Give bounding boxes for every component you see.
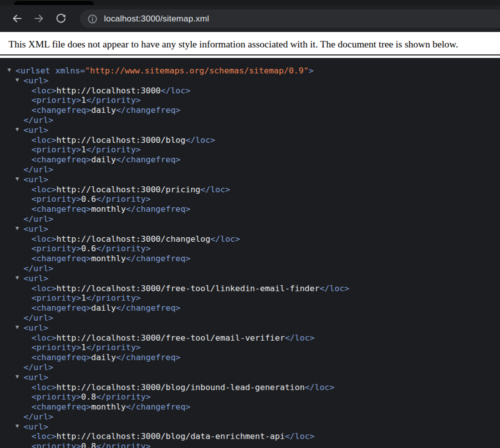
xml-tag: </priority> [96,194,150,204]
info-icon [87,13,98,24]
xml-tag: </changefreq> [116,105,180,115]
xml-tag: <changefreq> [32,402,91,412]
xml-priority-value: 1 [81,343,86,352]
xml-loc-value: http://localhost:3000/blog/inbound-lead-… [56,383,305,392]
xml-tag: <priority> [32,293,81,303]
xml-changefreq-line: <changefreq>daily</changefreq> [0,303,500,313]
xml-tag: <changefreq> [32,254,91,263]
url-text[interactable]: localhost:3000/sitemap.xml [104,14,209,24]
xml-url-close-tag: </url> [0,363,500,373]
xml-tag: </priority> [86,95,140,105]
xml-priority-line: <priority>1</priority> [0,145,500,155]
xml-tag: <url> [24,274,48,283]
browser-tab[interactable] [14,1,94,5]
xml-tag: </changefreq> [116,303,180,313]
xml-loc-value: http://localhost:3000 [56,86,161,95]
xml-changefreq-value: daily [91,303,116,313]
xml-url-close-tag: </url> [0,264,500,274]
xml-priority-line: <priority>1</priority> [0,343,500,353]
xml-tag: <loc> [32,383,56,392]
xml-priority-value: 1 [81,95,86,105]
xml-tag: </priority> [96,442,150,448]
collapse-toggle-icon[interactable]: ▼ [8,68,11,72]
xml-tag: </changefreq> [116,155,180,164]
site-info-button[interactable] [86,12,99,25]
xml-loc-line: <loc>http://localhost:3000</loc> [0,86,500,96]
omnibox[interactable]: localhost:3000/sitemap.xml [80,9,500,28]
collapse-toggle-icon[interactable]: ▼ [16,78,19,82]
xml-tag: </changefreq> [126,402,190,412]
xml-tag: <loc> [32,284,56,293]
xml-document-tree: ▼<urlset xmlns="http://www.sitemaps.org/… [0,58,500,448]
xml-tag: </loc> [200,185,230,194]
xml-tag: <changefreq> [32,303,91,313]
xml-priority-line: <priority>0.8</priority> [0,392,500,402]
reload-button[interactable] [50,7,72,29]
xml-tag: <url> [24,224,48,234]
collapse-toggle-icon[interactable]: ▼ [16,276,19,280]
collapse-toggle-icon[interactable]: ▼ [16,226,19,231]
xml-tag: </changefreq> [116,353,180,362]
xml-tag: <changefreq> [32,204,91,214]
xml-url-open-tag: ▼<url> [0,373,500,383]
xml-tag: </priority> [86,145,140,154]
xml-loc-value: http://localhost:3000/blog [56,135,186,145]
collapse-toggle-icon[interactable]: ▼ [16,127,19,132]
xml-url-open-tag: ▼<url> [0,175,500,185]
xml-loc-value: http://localhost:3000/free-tool/linkedin… [56,284,320,293]
xml-changefreq-value: daily [91,105,116,115]
xml-tag: </changefreq> [126,204,190,214]
collapse-toggle-icon[interactable]: ▼ [16,325,19,330]
xml-loc-line: <loc>http://localhost:3000/changelog</lo… [0,234,500,244]
xml-tag: <priority> [32,194,81,204]
xml-tag: <loc> [32,333,56,343]
xml-url-close-tag: </url> [0,165,500,175]
xml-tag: <priority> [32,95,81,105]
xml-tag: <url> [24,175,48,184]
xml-priority-value: 0.6 [81,194,96,204]
xml-tag: <priority> [32,343,81,352]
xml-url-close-tag: </url> [0,412,500,422]
xml-loc-line: <loc>http://localhost:3000/blog</loc> [0,135,500,145]
xml-url-open-tag: ▼<url> [0,224,500,234]
back-arrow-icon [11,12,23,24]
xml-changefreq-line: <changefreq>daily</changefreq> [0,353,500,363]
xml-url-close-tag: </url> [0,313,500,323]
back-button[interactable] [6,7,28,29]
xml-changefreq-line: <changefreq>monthly</changefreq> [0,254,500,264]
xml-tag: <priority> [32,244,81,253]
xml-priority-value: 1 [81,145,86,154]
xml-url-open-tag: ▼<url> [0,125,500,135]
xml-tag: <loc> [32,234,56,244]
xml-tag: </url> [24,313,54,323]
collapse-toggle-icon[interactable]: ▼ [16,177,19,181]
xml-changefreq-line: <changefreq>daily</changefreq> [0,105,500,115]
xml-tag: <loc> [32,135,56,145]
xml-tag: <changefreq> [32,105,91,115]
xml-root-open-tag: ▼<urlset xmlns="http://www.sitemaps.org/… [0,66,500,76]
xml-tag: <url> [24,422,48,432]
xml-attribute-name: xmlns [55,66,80,75]
xml-tag: </priority> [96,244,150,253]
xml-tag: > [308,66,314,75]
xml-tag: <priority> [32,145,81,154]
notice-band: This XML file does not appear to have an… [0,32,500,58]
xml-tag: </loc> [285,333,315,343]
collapse-toggle-icon[interactable]: ▼ [16,375,19,379]
xml-loc-value: http://localhost:3000/blog/data-enrichme… [56,432,285,441]
forward-button[interactable] [28,7,50,29]
xml-changefreq-value: monthly [91,204,126,214]
xml-changefreq-value: daily [91,353,116,362]
xml-tag: </url> [24,363,54,372]
collapse-toggle-icon[interactable]: ▼ [16,424,19,429]
xml-loc-line: <loc>http://localhost:3000/blog/data-enr… [0,432,500,442]
xml-tag: </url> [24,165,54,174]
xml-tag: = [80,66,85,75]
xml-loc-line: <loc>http://localhost:3000/blog/inbound-… [0,383,500,393]
xml-tag: </url> [24,412,54,422]
xml-loc-line: <loc>http://localhost:3000/pricing</loc> [0,185,500,195]
xml-priority-value: 0.8 [81,392,96,402]
xml-loc-value: http://localhost:3000/free-tool/email-ve… [56,333,285,343]
xml-tag: </changefreq> [126,254,190,263]
xml-priority-line: <priority>1</priority> [0,293,500,303]
